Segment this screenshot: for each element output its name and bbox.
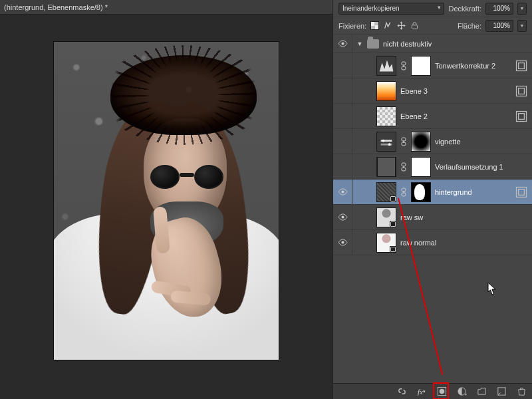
svg-rect-28 — [519, 189, 525, 195]
opacity-stepper[interactable]: ▾ — [517, 3, 527, 15]
layer-row[interactable]: hintergrund — [333, 180, 532, 205]
adjustment-thumb[interactable] — [376, 56, 396, 76]
lock-all-icon[interactable] — [410, 21, 419, 30]
filter-badge-icon[interactable] — [515, 110, 528, 123]
layer-row[interactable]: vignette — [333, 129, 532, 154]
adjustment-thumb[interactable] — [376, 157, 396, 177]
layer-row[interactable]: Ebene 3 — [333, 78, 532, 104]
canvas-area[interactable] — [0, 15, 332, 399]
adjustment-thumb[interactable] — [376, 132, 396, 152]
mask-link-icon[interactable] — [400, 162, 407, 172]
layer-name[interactable]: raw sw — [400, 213, 528, 221]
opacity-label: Deckkraft: — [448, 5, 481, 13]
smart-object-badge-icon — [390, 221, 396, 227]
svg-rect-9 — [519, 88, 525, 94]
mask-link-icon[interactable] — [400, 188, 407, 197]
layer-mask-thumb[interactable] — [411, 182, 431, 202]
svg-rect-8 — [517, 86, 527, 96]
blend-mode-select[interactable]: Ineinanderkopieren — [338, 3, 444, 15]
group-disclosure-icon[interactable]: ▼ — [356, 41, 363, 47]
layer-thumb[interactable] — [376, 233, 396, 253]
layer-thumb[interactable] — [376, 106, 396, 126]
svg-point-29 — [341, 215, 344, 218]
layer-name[interactable]: Verlaufsumsetzung 1 — [435, 163, 528, 171]
folder-icon — [367, 39, 379, 49]
add-mask-icon[interactable] — [436, 386, 447, 397]
layer-mask-thumb[interactable] — [411, 132, 431, 152]
layer-name[interactable]: Ebene 2 — [400, 112, 511, 120]
cursor-icon — [487, 282, 497, 295]
fill-value: 100% — [493, 22, 510, 29]
smart-object-badge-icon — [390, 196, 396, 202]
svg-rect-7 — [519, 63, 525, 68]
delete-layer-icon[interactable] — [516, 386, 527, 397]
svg-point-32 — [439, 389, 444, 394]
lock-label: Fixieren: — [338, 22, 366, 30]
document-image[interactable] — [53, 41, 279, 360]
image-thorn-crown — [110, 55, 257, 135]
svg-rect-10 — [517, 111, 527, 121]
svg-rect-27 — [517, 187, 527, 197]
layer-name[interactable]: vignette — [435, 138, 528, 146]
opacity-value: 100% — [493, 5, 510, 12]
blend-opacity-row: Ineinanderkopieren Deckkraft: 100% ▾ — [333, 0, 532, 17]
svg-point-23 — [341, 190, 344, 193]
blend-mode-value: Ineinanderkopieren — [342, 5, 400, 12]
svg-rect-11 — [519, 113, 525, 119]
visibility-toggle[interactable] — [337, 212, 348, 223]
new-group-icon[interactable] — [476, 386, 487, 397]
layer-row[interactable]: raw sw — [333, 205, 532, 230]
layer-group-row[interactable]: ▼ nicht destruktiv — [333, 35, 532, 53]
new-adjustment-icon[interactable]: ▾ — [456, 386, 467, 397]
layer-mask-thumb[interactable] — [411, 157, 431, 177]
new-layer-icon[interactable] — [496, 386, 507, 397]
layers-list[interactable]: ▼ nicht destruktiv Tonwertkorrektur 2 Eb… — [333, 35, 532, 383]
layer-name[interactable]: hintergrund — [435, 188, 511, 196]
smart-object-badge-icon — [390, 246, 396, 253]
opacity-input[interactable]: 100% — [485, 3, 513, 15]
layer-row[interactable]: Ebene 2 — [333, 104, 532, 129]
layers-panel-footer: fx▾ ▾ — [333, 383, 532, 399]
layer-name[interactable]: Ebene 3 — [400, 87, 511, 95]
layer-name[interactable]: Tonwertkorrektur 2 — [435, 62, 511, 70]
svg-point-1 — [341, 42, 344, 45]
layer-row[interactable]: Verlaufsumsetzung 1 — [333, 154, 532, 180]
layer-mask-thumb[interactable] — [411, 56, 431, 76]
fill-stepper[interactable]: ▾ — [517, 20, 527, 32]
mask-link-icon[interactable] — [400, 137, 407, 146]
link-layers-icon[interactable] — [396, 386, 407, 397]
svg-point-15 — [382, 139, 384, 142]
fx-icon[interactable]: fx▾ — [416, 386, 427, 397]
svg-point-16 — [388, 143, 391, 146]
lock-position-icon[interactable] — [397, 21, 406, 30]
lock-icons — [370, 21, 419, 30]
filter-badge-icon[interactable] — [515, 84, 528, 98]
filter-badge-icon[interactable] — [515, 59, 528, 72]
visibility-toggle[interactable] — [337, 237, 348, 248]
document-title: (hintergrund, Ebenenmaske/8) * — [4, 3, 108, 11]
lock-pixels-icon[interactable] — [384, 21, 392, 30]
filter-badge-icon[interactable] — [515, 186, 528, 199]
svg-rect-0 — [412, 25, 418, 29]
mask-link-icon[interactable] — [400, 61, 407, 70]
image-sunglasses — [150, 165, 223, 189]
layer-name[interactable]: raw normal — [400, 239, 528, 247]
group-name[interactable]: nicht destruktiv — [383, 40, 528, 48]
visibility-toggle[interactable] — [337, 187, 348, 198]
layer-thumb[interactable] — [376, 81, 396, 101]
lock-transparency-icon[interactable] — [370, 21, 379, 30]
lock-fill-row: Fixieren: Fläche: 100% ▾ — [333, 17, 532, 35]
svg-text:▾: ▾ — [465, 392, 467, 396]
layer-thumb[interactable] — [376, 207, 396, 227]
layers-panel: Ineinanderkopieren Deckkraft: 100% ▾ Fix… — [332, 0, 532, 399]
svg-point-30 — [341, 241, 344, 243]
layer-row[interactable]: raw normal — [333, 230, 532, 255]
fill-input[interactable]: 100% — [485, 20, 513, 32]
layer-thumb[interactable] — [376, 182, 396, 202]
fill-label: Fläche: — [458, 22, 481, 30]
layer-row[interactable]: Tonwertkorrektur 2 — [333, 53, 532, 78]
svg-rect-6 — [517, 61, 527, 70]
visibility-toggle[interactable] — [337, 39, 348, 49]
